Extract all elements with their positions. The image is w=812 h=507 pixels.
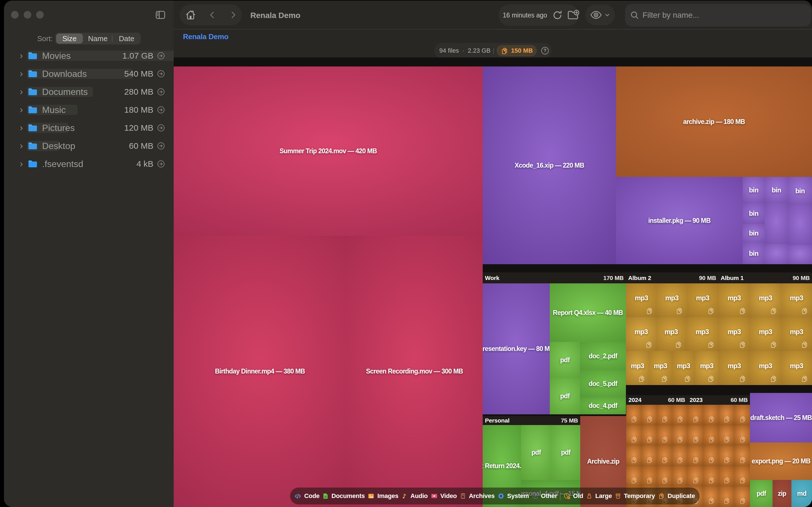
svg-text:?: ?	[534, 494, 536, 498]
svg-text:?: ?	[544, 48, 546, 53]
